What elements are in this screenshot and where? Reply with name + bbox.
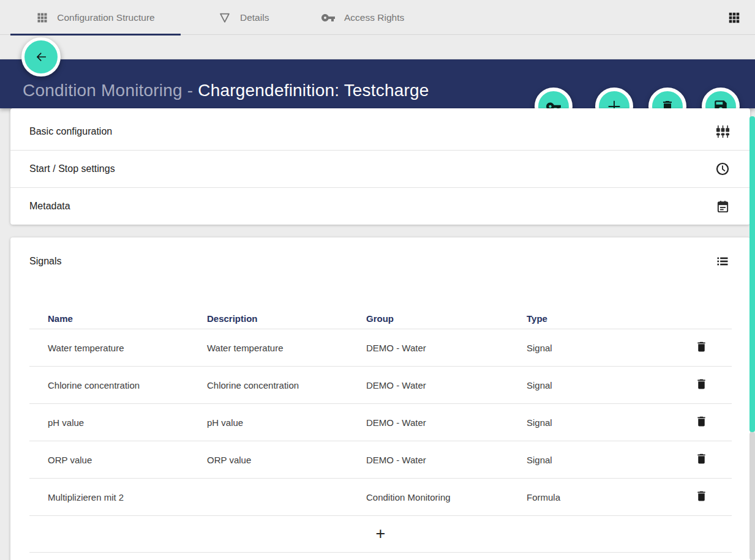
delete-row-button[interactable] [691, 337, 712, 359]
page-title-prefix: Condition Monitoring - [23, 81, 198, 100]
cell-description: ORP value [207, 455, 366, 465]
delete-row-button[interactable] [691, 374, 712, 397]
trash-icon [695, 490, 708, 505]
table-row: Chlorine concentration Chlorine concentr… [29, 367, 732, 404]
column-header-group: Group [366, 313, 527, 324]
delete-row-button[interactable] [691, 486, 712, 509]
apps-grid-icon[interactable] [727, 11, 741, 24]
column-header-name: Name [48, 313, 207, 324]
funnel-icon [218, 11, 231, 24]
arrow-left-icon [34, 50, 48, 64]
add-signal-row: + [29, 516, 732, 553]
table-row: pH value pH value DEMO - Water Signal [29, 404, 732, 441]
cell-group: DEMO - Water [366, 417, 527, 428]
scrollbar [749, 110, 755, 560]
table-row: ORP value ORP value DEMO - Water Signal [29, 441, 732, 479]
trash-icon [695, 340, 708, 356]
trash-icon [695, 415, 708, 430]
screen: Configuration Structure Details Access R… [0, 0, 755, 560]
cell-type: Formula [527, 492, 670, 502]
tab-access-rights[interactable]: Access Rights [321, 0, 404, 35]
add-signal-button[interactable]: + [370, 523, 392, 545]
cell-name: Chlorine concentration [48, 380, 207, 390]
row-basic-configuration[interactable]: Basic configuration [10, 113, 750, 151]
column-header-type: Type [527, 313, 670, 324]
page-title: Condition Monitoring - Chargendefinition… [23, 81, 429, 100]
cell-group: DEMO - Water [366, 343, 527, 353]
row-label: Start / Stop settings [29, 163, 115, 174]
page-header: Condition Monitoring - Chargendefinition… [0, 59, 755, 108]
sliders-icon [716, 125, 730, 139]
scrollbar-track[interactable] [749, 432, 755, 560]
trash-icon [695, 378, 708, 393]
cell-name: Multiplizieren mit 2 [48, 492, 207, 502]
clock-icon [715, 162, 730, 176]
tab-configuration-structure[interactable]: Configuration Structure [10, 0, 181, 35]
row-metadata[interactable]: Metadata [10, 188, 750, 225]
cell-description: Chlorine concentration [207, 380, 366, 390]
cell-description: Water temperature [207, 343, 366, 353]
signals-title: Signals [29, 256, 61, 267]
row-label: Metadata [29, 201, 70, 212]
signals-table: Name Description Group Type Water temper… [29, 308, 732, 553]
trash-icon [695, 452, 708, 468]
table-row: Multiplizieren mit 2 Condition Monitorin… [29, 479, 732, 516]
page-title-main: Chargendefinition: Testcharge [198, 81, 429, 100]
cell-type: Signal [527, 343, 670, 353]
cell-type: Signal [527, 380, 670, 390]
cell-name: pH value [48, 417, 207, 428]
cell-name: ORP value [48, 455, 207, 465]
cell-type: Signal [527, 417, 670, 428]
table-header-row: Name Description Group Type [29, 308, 732, 329]
signals-card: Signals Name Description Group Type Wate… [10, 237, 750, 560]
top-tab-bar: Configuration Structure Details Access R… [0, 0, 755, 35]
tab-label: Access Rights [344, 12, 404, 23]
tab-details[interactable]: Details [218, 0, 269, 35]
key-icon [321, 10, 336, 25]
delete-row-button[interactable] [691, 449, 712, 471]
cell-name: Water temperature [48, 343, 207, 353]
cell-group: DEMO - Water [366, 380, 527, 390]
cell-description: pH value [207, 417, 366, 428]
calendar-icon [716, 200, 730, 214]
configuration-card: Basic configuration Start / Stop setting… [10, 108, 750, 225]
tab-label: Details [240, 12, 269, 23]
scrollbar-thumb[interactable] [749, 116, 755, 432]
list-icon[interactable] [715, 254, 730, 269]
cell-group: DEMO - Water [366, 455, 527, 465]
cell-group: Condition Monitoring [366, 492, 527, 502]
delete-row-button[interactable] [691, 411, 712, 434]
cell-type: Signal [527, 455, 670, 465]
row-start-stop-settings[interactable]: Start / Stop settings [10, 151, 750, 188]
tab-label: Configuration Structure [57, 12, 154, 23]
row-label: Basic configuration [29, 126, 112, 137]
table-row: Water temperature Water temperature DEMO… [29, 329, 732, 367]
grid-icon [36, 12, 48, 24]
back-button[interactable] [21, 37, 61, 77]
column-header-description: Description [207, 313, 366, 324]
